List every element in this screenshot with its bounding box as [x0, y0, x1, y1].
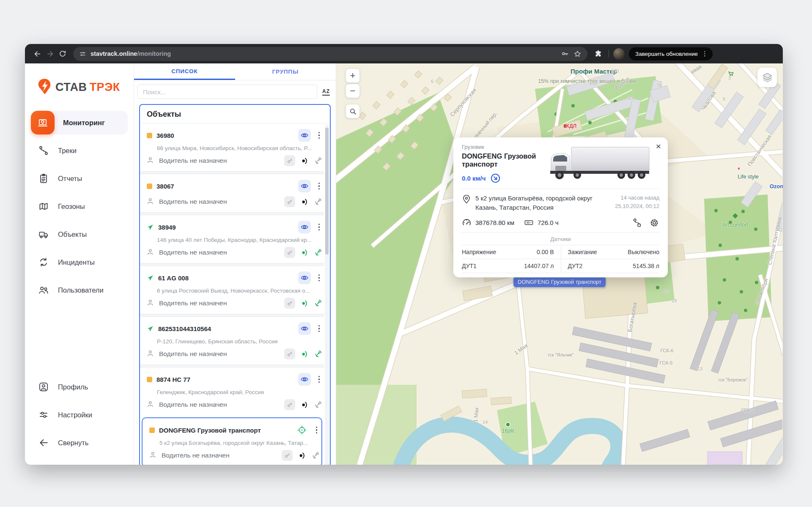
- ignition-icon[interactable]: [299, 247, 309, 258]
- back-button[interactable]: [31, 47, 44, 60]
- row-menu-icon[interactable]: [315, 374, 324, 385]
- map-canvas[interactable]: Профи Мастер15% при химчистке трех вещей…: [336, 63, 783, 465]
- vehicle-row[interactable]: 38067Водитель не назначен: [140, 174, 324, 212]
- vehicle-row[interactable]: DONGFENG Грузовой транспорт5 к2 улица Бо…: [142, 417, 322, 465]
- visibility-eye-icon[interactable]: [298, 271, 311, 284]
- sidebar-item-geozones[interactable]: Геозоны: [31, 195, 128, 218]
- url-host: stavtrack.online: [91, 50, 137, 57]
- bookmark-star-icon[interactable]: [573, 50, 582, 58]
- sidebar-item-monitoring[interactable]: Мониторинг: [31, 111, 128, 134]
- map-search-button[interactable]: [346, 104, 360, 118]
- url-path: /monitoring: [137, 50, 171, 57]
- key-icon[interactable]: [284, 247, 295, 258]
- key-icon[interactable]: [284, 196, 295, 207]
- ignition-icon[interactable]: [299, 197, 309, 207]
- sensor-name: ДУТ1: [462, 263, 477, 269]
- finish-update-button[interactable]: Завершить обновление ⋮: [629, 47, 713, 60]
- users-icon: [38, 285, 49, 296]
- vehicle-name: 38067: [156, 183, 174, 190]
- ignition-icon[interactable]: [299, 156, 309, 166]
- extensions-icon[interactable]: [592, 47, 604, 60]
- visibility-eye-icon[interactable]: [298, 322, 311, 335]
- url-bar[interactable]: stavtrack.online/monitoring: [73, 47, 587, 61]
- reload-button[interactable]: [56, 47, 69, 60]
- search-input[interactable]: [137, 85, 317, 99]
- settings-gear-icon[interactable]: [649, 218, 659, 228]
- browser-menu-icon[interactable]: ⋮: [702, 50, 710, 58]
- ignition-icon[interactable]: [299, 400, 309, 410]
- incidents-icon: [38, 257, 49, 268]
- map-text-label: ГСК-5: [660, 360, 673, 365]
- vehicle-address: 5 к2 улица Богатырёва, городской округ К…: [159, 440, 321, 446]
- satellite-icon[interactable]: [313, 197, 323, 207]
- tab-list[interactable]: СПИСОК: [134, 63, 235, 80]
- visibility-eye-icon[interactable]: [298, 373, 311, 386]
- row-menu-icon[interactable]: [315, 273, 324, 283]
- sidebar-item-reports[interactable]: Отчеты: [31, 167, 128, 190]
- ignition-icon[interactable]: [299, 298, 309, 308]
- row-menu-icon[interactable]: [315, 130, 324, 141]
- logo-text-2: ТРЭК: [90, 81, 120, 94]
- row-divider: [140, 314, 324, 317]
- popup-title: DONGFENG Грузовой транспорт: [462, 152, 547, 168]
- sort-az-icon[interactable]: АZ: [322, 88, 330, 96]
- bearing-arrow-icon[interactable]: [490, 173, 501, 184]
- visibility-eye-icon[interactable]: [298, 180, 311, 192]
- show-track-icon[interactable]: [632, 218, 642, 227]
- forward-button[interactable]: [44, 47, 56, 60]
- vehicle-name: 8874 НС 77: [156, 376, 190, 383]
- driver-label: Водитель не назначен: [159, 198, 280, 206]
- stavtrack-logo: СТАВТРЭК: [25, 63, 134, 111]
- ignition-icon[interactable]: [299, 349, 309, 359]
- driver-label: Водитель не назначен: [159, 350, 280, 358]
- satellite-icon[interactable]: [313, 349, 323, 359]
- ignition-icon[interactable]: [296, 450, 307, 460]
- sidebar-item-settings[interactable]: Настройки: [31, 403, 128, 427]
- popup-close-icon[interactable]: ×: [656, 142, 661, 151]
- sidebar-item-collapse[interactable]: Свернуть: [31, 431, 128, 455]
- satellite-icon[interactable]: [313, 400, 323, 410]
- monitoring-icon: [31, 111, 55, 134]
- map-layers-button[interactable]: [757, 68, 777, 87]
- map-text-label: 170: [611, 69, 619, 74]
- vehicle-square-marker-icon: [147, 184, 152, 189]
- key-icon[interactable]: [282, 450, 293, 461]
- satellite-icon[interactable]: [313, 298, 323, 308]
- satellite-icon[interactable]: [310, 450, 321, 460]
- visibility-eye-icon[interactable]: [298, 221, 311, 233]
- sidebar-item-label: Мониторинг: [63, 119, 105, 127]
- profile-avatar[interactable]: [613, 48, 625, 60]
- sidebar-item-profile[interactable]: Профиль: [31, 375, 128, 399]
- vehicle-row[interactable]: 3698066 улица Мира, Новосибирск, Новосиб…: [140, 123, 324, 171]
- vehicle-map-label[interactable]: DONGFENG Грузовой транспорт: [513, 277, 606, 287]
- locate-crosshair-icon[interactable]: [296, 424, 308, 436]
- key-icon[interactable]: [284, 298, 295, 309]
- vehicle-row[interactable]: 862531044310564Р-120, Глинищево, Брянска…: [140, 317, 324, 364]
- zoom-in-button[interactable]: +: [346, 69, 360, 83]
- sidebar-item-objects[interactable]: Объекты: [31, 222, 128, 246]
- password-key-icon[interactable]: [561, 49, 569, 58]
- row-menu-icon[interactable]: [315, 181, 324, 192]
- key-icon[interactable]: [284, 155, 295, 166]
- row-menu-icon[interactable]: [313, 425, 321, 436]
- key-icon[interactable]: [284, 399, 295, 410]
- satellite-icon[interactable]: [313, 156, 323, 166]
- driver-person-icon: [147, 400, 155, 409]
- scrollbar-thumb[interactable]: [325, 128, 329, 255]
- sidebar-item-users[interactable]: Пользователи: [31, 278, 128, 302]
- zoom-out-button[interactable]: −: [346, 84, 360, 98]
- row-menu-icon[interactable]: [315, 323, 324, 334]
- satellite-icon[interactable]: [313, 247, 323, 258]
- vehicle-row[interactable]: 61 AG 0086 улица Ростовский Выезд, Новоч…: [140, 266, 324, 314]
- vehicle-row[interactable]: 8874 НС 77Геленджик, Краснодарский край,…: [140, 367, 324, 415]
- visibility-eye-icon[interactable]: [298, 129, 311, 142]
- sidebar-item-tracks[interactable]: Треки: [31, 139, 128, 162]
- site-settings-icon[interactable]: [79, 50, 86, 58]
- vehicle-row[interactable]: 38949146 улица 40 лет Победы, Краснодар,…: [140, 215, 324, 263]
- vehicle-square-marker-icon: [149, 428, 155, 433]
- tab-groups[interactable]: ГРУППЫ: [235, 63, 336, 80]
- list-scrollbar[interactable]: [325, 124, 329, 465]
- key-icon[interactable]: [284, 348, 295, 359]
- row-menu-icon[interactable]: [315, 222, 324, 233]
- sidebar-item-incidents[interactable]: Инциденты: [31, 250, 128, 274]
